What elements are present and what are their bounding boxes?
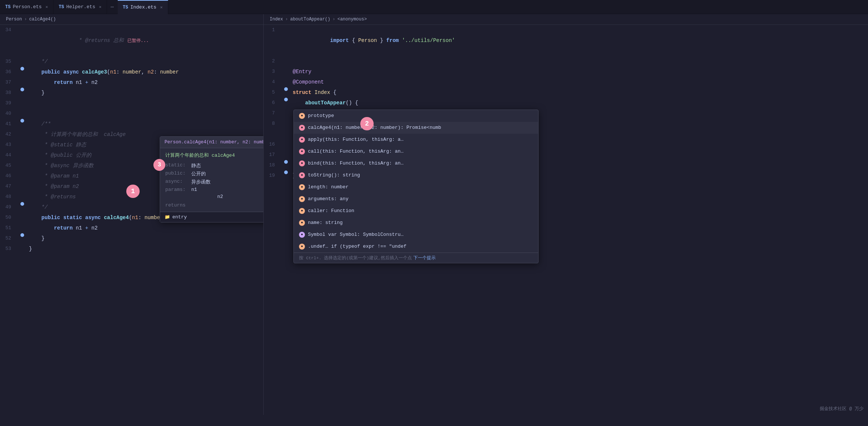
tab-label-helper: Helper.ets bbox=[66, 4, 95, 10]
right-line-num-6: 6 bbox=[264, 98, 282, 108]
line-num-44: 44 bbox=[0, 150, 19, 160]
watermark: 掘金技术社区 @ 万少 bbox=[820, 406, 864, 412]
code-line-36: 36 public async calcAge3(n1: number, n2:… bbox=[0, 67, 263, 77]
ac-item-arguments[interactable]: ● arguments: any bbox=[294, 193, 538, 205]
ac-icon-name: ● bbox=[299, 220, 305, 226]
line-num-41: 41 bbox=[0, 119, 19, 129]
line-num-34: 34 bbox=[0, 25, 19, 35]
right-line-num-19: 19 bbox=[264, 170, 282, 181]
tooltip-row-static: static: 静态 bbox=[165, 162, 263, 169]
code-content-52: } bbox=[26, 233, 263, 244]
close-icon-index[interactable]: ✕ bbox=[160, 5, 163, 10]
ac-text-name: name: string bbox=[308, 219, 533, 227]
ac-item-apply[interactable]: ● apply(this: Function, thisArg: a… bbox=[294, 134, 538, 146]
ac-icon-call: ● bbox=[299, 149, 305, 155]
breadcrumb-sep-1: › bbox=[24, 17, 27, 22]
editor-main: Person › calcAge4() 34 * @returns 总和已暂停.… bbox=[0, 14, 868, 415]
ac-icon-prototype: ● bbox=[299, 113, 305, 119]
gutter-38 bbox=[19, 88, 26, 91]
ac-text-arguments: arguments: any bbox=[308, 195, 533, 203]
ac-item-symbol[interactable]: ● Symbol var Symbol: SymbolConstru… bbox=[294, 229, 538, 241]
ac-icon-arguments: ● bbox=[299, 196, 305, 202]
tab-bar: TS Person.ets ✕ TS Helper.ets ✕ ⋯ TS Ind… bbox=[0, 0, 868, 14]
close-icon-helper[interactable]: ✕ bbox=[99, 4, 101, 9]
code-line-39: 39 bbox=[0, 98, 263, 108]
breadcrumb-sep-r2: › bbox=[332, 17, 335, 22]
code-line-51: 51 return n1 + n2 bbox=[0, 223, 263, 233]
line-num-38: 38 bbox=[0, 88, 19, 98]
autocomplete-popup: ● prototype ● calcAge4(n1: number, n2: n… bbox=[293, 110, 539, 263]
tab-index[interactable]: TS Index.ets ✕ bbox=[118, 0, 168, 14]
right-gutter-5 bbox=[282, 87, 290, 91]
ac-text-caller: caller: Function bbox=[308, 207, 533, 215]
code-content-53: } bbox=[26, 244, 263, 254]
line-num-52: 52 bbox=[0, 233, 19, 244]
right-pane: Index › aboutToAppear() › <anonymous> 1 … bbox=[264, 14, 868, 415]
ac-icon-caller: ● bbox=[299, 208, 305, 214]
tooltip-row-n2: n2 bbox=[165, 194, 263, 199]
ac-icon-symbol: ● bbox=[299, 232, 305, 238]
tooltip-value-async: 异步函数 bbox=[191, 179, 211, 185]
ac-item-caller[interactable]: ● caller: Function bbox=[294, 205, 538, 217]
tooltip-label-static: static: bbox=[165, 162, 191, 169]
line-num-48: 48 bbox=[0, 192, 19, 202]
tooltip-body: 计算两个年龄的总和 calcAge4 static: 静态 public: 公开… bbox=[160, 148, 263, 212]
tooltip-value-public: 公开的 bbox=[191, 170, 206, 177]
ac-item-tostring[interactable]: ● toString(): string bbox=[294, 169, 538, 181]
code-line-37: 37 return n1 + n2 bbox=[0, 77, 263, 88]
tooltip-label-public: public: bbox=[165, 170, 191, 177]
tooltip-label-n2 bbox=[165, 194, 191, 199]
line-num-46: 46 bbox=[0, 171, 19, 181]
ac-footer-link[interactable]: 下一个提示 bbox=[413, 255, 436, 261]
tooltip-row-public: public: 公开的 bbox=[165, 170, 263, 177]
ac-icon-apply: ● bbox=[299, 137, 305, 143]
tab-person[interactable]: TS Person.ets ✕ bbox=[0, 0, 53, 14]
app-container: TS Person.ets ✕ TS Helper.ets ✕ ⋯ TS Ind… bbox=[0, 0, 868, 426]
right-line-num-16: 16 bbox=[264, 139, 282, 150]
ac-text-prototype: prototype bbox=[308, 112, 533, 120]
right-breadcrumb: Index › aboutToAppear() › <anonymous> bbox=[264, 14, 868, 25]
line-num-50: 50 bbox=[0, 212, 19, 223]
line-num-42: 42 bbox=[0, 129, 19, 140]
line-num-45: 45 bbox=[0, 160, 19, 171]
ac-text-bind: bind(this: Function, thisArg: an… bbox=[308, 159, 533, 168]
ac-item-undef[interactable]: ● .undef… if (typeof expr !== "undef bbox=[294, 241, 538, 253]
code-content-34: * @returns 总和已暂停... bbox=[26, 25, 263, 56]
close-icon-person[interactable]: ✕ bbox=[45, 4, 48, 9]
line-num-37: 37 bbox=[0, 77, 19, 88]
code-content-36: public async calcAge3(n1: number, n2: nu… bbox=[26, 67, 263, 77]
badge-2: 2 bbox=[360, 117, 374, 130]
line-num-51: 51 bbox=[0, 223, 19, 233]
ac-text-symbol: Symbol var Symbol: SymbolConstru… bbox=[308, 231, 533, 239]
tab-icon-person: TS bbox=[5, 4, 10, 10]
ac-item-prototype[interactable]: ● prototype bbox=[294, 110, 538, 122]
breadcrumb-anonymous: <anonymous> bbox=[337, 17, 367, 22]
left-pane: Person › calcAge4() 34 * @returns 总和已暂停.… bbox=[0, 14, 264, 415]
breadcrumb-person: Person bbox=[6, 17, 22, 22]
right-code-content-4: @Component bbox=[290, 77, 868, 87]
tooltip-label-params: params: bbox=[165, 187, 191, 192]
tab-dots[interactable]: ⋯ bbox=[107, 4, 117, 10]
ac-text-call: call(this: Function, thisArg: an… bbox=[308, 147, 533, 156]
ac-text-calcage4: calcAge4(n1: number, n2: number): Promis… bbox=[308, 124, 533, 132]
tooltip-label-async: async: bbox=[165, 179, 191, 185]
badge-1: 1 bbox=[126, 185, 140, 198]
ac-text-length: length: number bbox=[308, 183, 533, 191]
tab-helper[interactable]: TS Helper.ets ✕ bbox=[53, 0, 107, 14]
line-num-47: 47 bbox=[0, 181, 19, 192]
left-code-area: 34 * @returns 总和已暂停... 35 */ 36 bbox=[0, 25, 263, 415]
ac-item-length[interactable]: ● length: number bbox=[294, 181, 538, 193]
ac-item-bind[interactable]: ● bind(this: Function, thisArg: an… bbox=[294, 157, 538, 169]
tooltip-row-async: async: 异步函数 bbox=[165, 179, 263, 185]
tab-icon-index: TS bbox=[123, 5, 128, 10]
right-line-num-4: 4 bbox=[264, 77, 282, 87]
right-gutter-6 bbox=[282, 98, 290, 101]
ac-item-call[interactable]: ● call(this: Function, thisArg: an… bbox=[294, 146, 538, 157]
tooltip-popup: Person.calcAge4(n1: number, n2: number):… bbox=[160, 136, 263, 222]
ac-item-calcage4[interactable]: ● calcAge4(n1: number, n2: number): Prom… bbox=[294, 122, 538, 134]
tooltip-value-n2: n2 bbox=[217, 194, 223, 199]
tab-label-person: Person.ets bbox=[13, 4, 42, 10]
ac-item-name[interactable]: ● name: string bbox=[294, 217, 538, 229]
ac-text-undef: .undef… if (typeof expr !== "undef bbox=[308, 243, 533, 251]
code-content-38: } bbox=[26, 88, 263, 98]
